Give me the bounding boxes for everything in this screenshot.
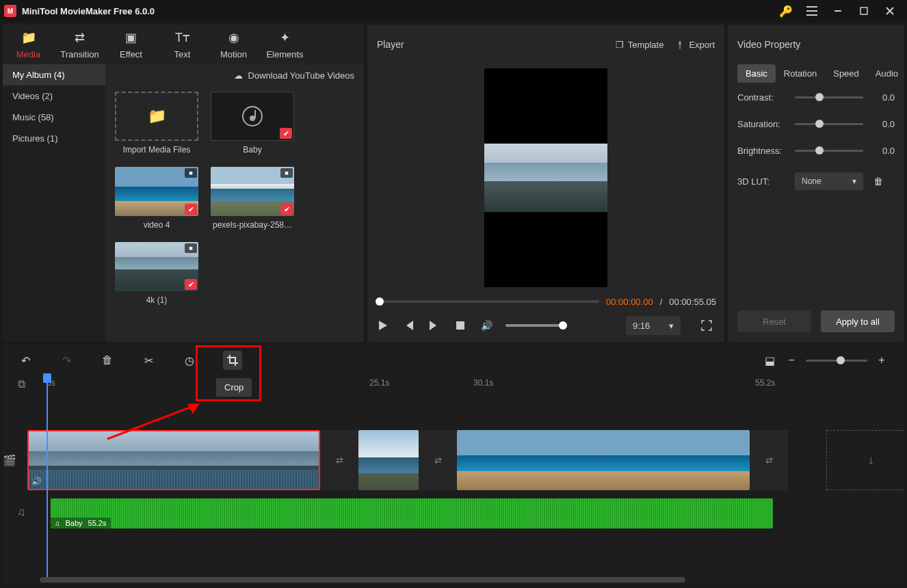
app-logo: M bbox=[4, 5, 16, 17]
activate-key-icon[interactable]: 🔑 bbox=[773, 0, 799, 22]
reset-button[interactable]: Reset bbox=[737, 310, 811, 332]
delete-button[interactable]: 🗑 bbox=[100, 353, 115, 368]
side-my-album[interactable]: My Album (4) bbox=[3, 64, 105, 85]
timeline-ruler[interactable]: ⧉ 0s 25.1s 30.1s 55.2s bbox=[3, 375, 904, 393]
speed-button[interactable]: ◷ bbox=[182, 353, 197, 368]
saturation-slider[interactable] bbox=[795, 123, 863, 125]
media-grid: 📁 Import Media Files ✔ Baby bbox=[105, 86, 364, 342]
check-icon: ✔ bbox=[280, 204, 293, 215]
clip-1[interactable]: 🔊 bbox=[27, 430, 320, 490]
svg-point-2 bbox=[250, 116, 255, 121]
cloud-download-icon: ☁ bbox=[234, 70, 243, 81]
brightness-slider[interactable] bbox=[795, 150, 863, 152]
next-frame-button[interactable] bbox=[428, 319, 441, 332]
clip-2[interactable] bbox=[358, 430, 419, 490]
player-title: Player bbox=[377, 39, 404, 50]
audio-clip-name: Baby bbox=[66, 519, 83, 527]
check-icon: ✔ bbox=[185, 204, 197, 215]
delete-lut-icon[interactable]: 🗑 bbox=[871, 174, 885, 188]
fit-zoom-icon[interactable]: ⬓ bbox=[762, 353, 777, 368]
apply-all-button[interactable]: Apply to all bbox=[821, 310, 895, 332]
volume-icon[interactable]: 🔊 bbox=[479, 319, 493, 332]
audio-clip-duration: 55.2s bbox=[88, 519, 107, 527]
undo-button[interactable]: ↶ bbox=[18, 353, 33, 368]
maximize-button[interactable] bbox=[851, 0, 877, 22]
export-button[interactable]: ⭱ Export bbox=[676, 40, 715, 50]
transition-slot-1[interactable]: ⇄ bbox=[320, 430, 358, 490]
side-videos[interactable]: Videos (2) bbox=[3, 85, 105, 107]
tab-media[interactable]: 📁 Media bbox=[3, 25, 54, 64]
app-title: MiniTool MovieMaker Free 6.0.0 bbox=[22, 6, 155, 16]
video-icon: ■ bbox=[185, 243, 197, 253]
video-icon: ■ bbox=[185, 168, 197, 178]
music-note-icon: ♫ bbox=[55, 520, 60, 527]
tab-text[interactable]: Tᴛ Text bbox=[157, 25, 208, 64]
player-panel: Player ❐ Template ⭱ Export 00:00:00.00 bbox=[367, 25, 724, 342]
volume-slider[interactable] bbox=[505, 324, 567, 327]
audio-track-icon: ♫ bbox=[3, 506, 40, 518]
stop-button[interactable] bbox=[454, 319, 467, 332]
template-icon: ❐ bbox=[616, 40, 624, 50]
menu-icon[interactable] bbox=[799, 0, 825, 22]
prev-frame-button[interactable] bbox=[402, 319, 415, 332]
media-item-baby[interactable]: ✔ Baby bbox=[211, 92, 294, 155]
track-spacer bbox=[3, 393, 904, 427]
transition-slot-3[interactable]: ⇄ bbox=[750, 430, 788, 490]
prop-tab-speed[interactable]: Speed bbox=[825, 64, 867, 83]
timeline-scrollbar[interactable] bbox=[40, 577, 867, 584]
add-track-icon[interactable]: ⧉ bbox=[3, 375, 40, 393]
drop-zone[interactable]: ⤓ bbox=[826, 430, 904, 490]
chevron-down-icon: ▾ bbox=[669, 321, 674, 331]
motion-icon: ◉ bbox=[228, 30, 239, 45]
seek-slider[interactable] bbox=[376, 300, 599, 303]
video-track-icon: 🎬 bbox=[3, 454, 16, 467]
prop-tab-basic[interactable]: Basic bbox=[737, 64, 776, 83]
saturation-label: Saturation: bbox=[737, 119, 787, 129]
svg-rect-0 bbox=[860, 8, 867, 14]
folder-icon: 📁 bbox=[21, 30, 36, 45]
crop-button[interactable] bbox=[223, 351, 242, 370]
import-media-button[interactable]: 📁 Import Media Files bbox=[115, 92, 198, 155]
template-button[interactable]: ❐ Template bbox=[616, 40, 664, 50]
zoom-in-button[interactable]: + bbox=[874, 353, 889, 368]
media-side-list: My Album (4) Videos (2) Music (58) Pictu… bbox=[3, 64, 105, 342]
aspect-select[interactable]: 9:16 ▾ bbox=[626, 316, 681, 335]
titlebar: M MiniTool MovieMaker Free 6.0.0 🔑 bbox=[0, 0, 907, 22]
media-item-pexels[interactable]: ■ ✔ pexels-pixabay-258… bbox=[211, 167, 294, 230]
side-pictures[interactable]: Pictures (1) bbox=[3, 128, 105, 149]
lut-select[interactable]: None ▾ bbox=[795, 172, 863, 190]
media-item-video4[interactable]: ■ ✔ video 4 bbox=[115, 167, 198, 230]
tab-transition[interactable]: ⇄ Transition bbox=[54, 25, 105, 64]
contrast-label: Contrast: bbox=[737, 92, 787, 103]
elements-icon: ✦ bbox=[280, 30, 290, 45]
ruler-mark: 55.2s bbox=[755, 378, 775, 388]
minimize-button[interactable] bbox=[825, 0, 851, 22]
speaker-icon: 🔊 bbox=[31, 477, 42, 486]
zoom-slider[interactable] bbox=[806, 360, 867, 362]
ruler-mark: 25.1s bbox=[369, 378, 389, 388]
contrast-value: 0.0 bbox=[871, 92, 895, 103]
time-current: 00:00:00.00 bbox=[606, 297, 653, 307]
play-button[interactable] bbox=[376, 319, 389, 332]
audio-clip[interactable]: ♫ Baby 55.2s bbox=[51, 498, 773, 529]
fullscreen-button[interactable] bbox=[697, 316, 716, 335]
zoom-out-button[interactable]: − bbox=[784, 353, 799, 368]
contrast-slider[interactable] bbox=[795, 96, 863, 98]
close-button[interactable] bbox=[877, 0, 903, 22]
tab-effect[interactable]: ▣ Effect bbox=[105, 25, 157, 64]
media-item-4k[interactable]: ■ ✔ 4k (1) bbox=[115, 242, 198, 305]
transition-slot-2[interactable]: ⇄ bbox=[419, 430, 457, 490]
crop-tooltip: Crop bbox=[216, 378, 252, 397]
prop-tab-rotation[interactable]: Rotation bbox=[776, 64, 825, 83]
prop-tab-audio[interactable]: Audio bbox=[867, 64, 904, 83]
clip-3[interactable] bbox=[457, 430, 750, 490]
playhead[interactable] bbox=[47, 379, 48, 577]
tab-elements[interactable]: ✦ Elements bbox=[259, 25, 311, 64]
top-tabs: 📁 Media ⇄ Transition ▣ Effect Tᴛ Text ◉ bbox=[3, 25, 364, 64]
side-music[interactable]: Music (58) bbox=[3, 107, 105, 128]
tab-motion[interactable]: ◉ Motion bbox=[208, 25, 259, 64]
redo-button[interactable]: ↷ bbox=[59, 353, 74, 368]
download-youtube-link[interactable]: ☁ Download YouTube Videos bbox=[105, 64, 364, 86]
chevron-down-icon: ▾ bbox=[852, 176, 856, 186]
split-button[interactable]: ✂ bbox=[141, 353, 156, 368]
